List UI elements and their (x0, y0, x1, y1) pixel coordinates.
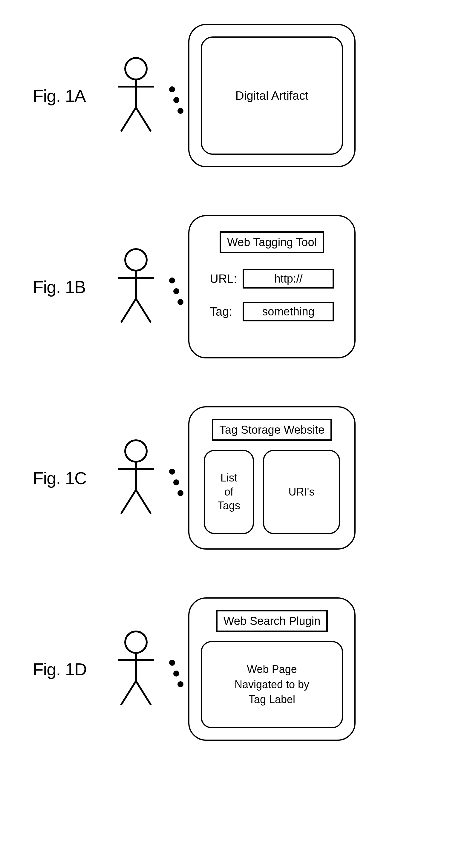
tag-label: Tag: (210, 305, 243, 318)
web-search-plugin-title: Web Search Plugin (216, 610, 328, 632)
person-icon (108, 57, 164, 134)
svg-line-19 (136, 681, 151, 705)
url-row: URL: http:// (210, 269, 334, 288)
figure-1d-label: Fig. 1D (0, 659, 108, 679)
svg-line-8 (121, 299, 136, 322)
figure-1c: Fig. 1C Tag Storage Website List of Tags… (0, 406, 470, 550)
person-icon (108, 439, 164, 517)
web-tagging-tool-title: Web Tagging Tool (219, 231, 324, 253)
tag-input[interactable]: something (243, 302, 334, 321)
tag-storage-title: Tag Storage Website (212, 419, 332, 441)
navigated-panel: Web Page Navigated to by Tag Label (201, 641, 343, 728)
digital-artifact-box: Digital Artifact (201, 36, 343, 155)
svg-line-13 (121, 490, 136, 514)
url-input[interactable]: http:// (243, 269, 334, 288)
ellipsis-icon (164, 464, 188, 492)
screen-1b: Web Tagging Tool URL: http:// Tag: somet… (188, 215, 356, 359)
svg-line-4 (136, 107, 151, 131)
figure-1b-label: Fig. 1B (0, 277, 108, 297)
screen-1c: Tag Storage Website List of Tags URI's (188, 406, 356, 550)
figure-1a-label: Fig. 1A (0, 86, 108, 106)
figure-1b: Fig. 1B Web Tagging Tool URL: http:// Ta… (0, 215, 470, 359)
figure-1c-label: Fig. 1C (0, 468, 108, 488)
columns: List of Tags URI's (201, 450, 343, 537)
list-of-tags-box: List of Tags (204, 450, 254, 534)
ellipsis-icon (164, 82, 188, 110)
ellipsis-icon (164, 273, 188, 301)
svg-point-5 (125, 249, 147, 271)
figure-1d: Fig. 1D Web Search Plugin Web Page Navig… (0, 597, 470, 741)
url-label: URL: (210, 272, 243, 285)
svg-point-15 (125, 631, 147, 653)
svg-line-3 (121, 107, 136, 131)
person-icon (108, 630, 164, 708)
screen-1d: Web Search Plugin Web Page Navigated to … (188, 597, 356, 741)
diagram-page: Fig. 1A Digital Artifact Fig. 1B Web Tag… (0, 0, 470, 777)
svg-point-10 (125, 440, 147, 462)
svg-line-18 (121, 681, 136, 705)
person-icon (108, 248, 164, 326)
svg-line-14 (136, 490, 151, 514)
figure-1a: Fig. 1A Digital Artifact (0, 24, 470, 167)
screen-1a: Digital Artifact (188, 24, 356, 167)
ellipsis-icon (164, 655, 188, 683)
svg-line-9 (136, 299, 151, 322)
uris-box: URI's (263, 450, 340, 534)
svg-point-0 (125, 58, 147, 80)
tag-row: Tag: something (210, 302, 334, 321)
